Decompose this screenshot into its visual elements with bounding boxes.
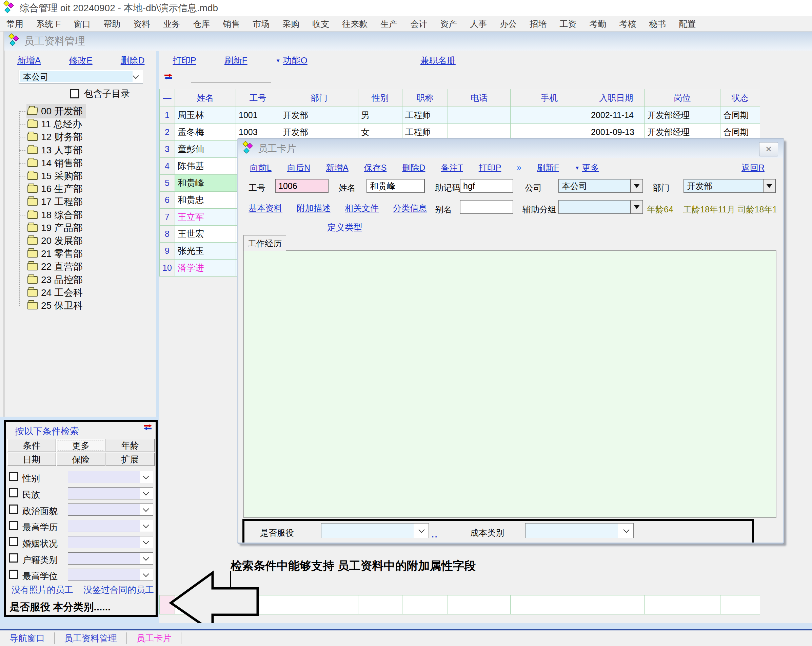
column-header[interactable]: 性别 xyxy=(359,89,403,107)
employee-row[interactable]: 2孟冬梅1003开发部女工程师2001-09-13开发部经理合同期 xyxy=(160,124,760,141)
alias-input[interactable] xyxy=(460,200,513,214)
tree-item[interactable]: 15 采购部 xyxy=(10,170,86,182)
menu-item[interactable]: 销售 xyxy=(216,18,246,29)
cost-select[interactable] xyxy=(525,523,633,538)
menu-item[interactable]: 资料 xyxy=(127,18,157,29)
column-header[interactable]: 部门 xyxy=(280,89,359,107)
service-select[interactable] xyxy=(321,523,429,538)
column-header[interactable]: 电话 xyxy=(448,89,511,107)
menu-item[interactable]: 招培 xyxy=(523,18,553,29)
tree-item[interactable]: 18 综合部 xyxy=(10,209,86,222)
menu-item[interactable]: 收支 xyxy=(306,18,336,29)
employee-row[interactable]: 1周玉林1001开发部男工程师2002-11-14开发部经理合同期 xyxy=(160,107,760,124)
tree-item[interactable]: 25 保卫科 xyxy=(10,299,86,312)
tree-item[interactable]: 11 总经办 xyxy=(10,118,85,131)
menu-item[interactable]: 生产 xyxy=(374,18,404,29)
tree-item[interactable]: 22 直营部 xyxy=(10,260,86,273)
political-status-select[interactable] xyxy=(68,504,153,516)
close-button[interactable]: ✕ xyxy=(759,142,778,156)
basic-info-link[interactable]: 基本资料 xyxy=(249,202,282,214)
more-button[interactable]: ▼更多 xyxy=(575,162,599,173)
delete-button[interactable]: 删除D xyxy=(121,55,145,66)
tree-item[interactable]: 14 销售部 xyxy=(10,157,86,170)
age-tab[interactable]: 年龄 xyxy=(105,439,154,452)
menu-item[interactable]: 窗口 xyxy=(67,18,97,29)
aux-group-select[interactable] xyxy=(559,200,643,214)
menu-item[interactable]: 人事 xyxy=(464,18,493,29)
tab-work-history[interactable]: 工作经历 xyxy=(243,235,286,251)
column-header[interactable]: 岗位 xyxy=(644,89,720,107)
extra-description-link[interactable]: 附加描述 xyxy=(297,202,331,214)
company-filter-select[interactable]: 本公司 xyxy=(19,70,143,83)
new-button[interactable]: 新增A xyxy=(326,162,348,173)
marital-status-checkbox[interactable] xyxy=(9,537,18,546)
political-status-checkbox[interactable] xyxy=(9,505,18,514)
pin-toggle-icon[interactable] xyxy=(164,73,172,81)
parttime-roster-button[interactable]: 兼职名册 xyxy=(420,55,456,66)
define-type-link[interactable]: 定义类型 xyxy=(327,222,362,233)
menu-item[interactable]: 考勤 xyxy=(583,18,613,29)
marital-status-select[interactable] xyxy=(68,536,153,548)
taskbar-employee-card[interactable]: 员工卡片 xyxy=(127,632,181,644)
menu-item[interactable]: 会计 xyxy=(404,18,433,29)
dropdown-button[interactable] xyxy=(630,179,643,192)
no-photo-employees-link[interactable]: 没有照片的员工 xyxy=(12,584,73,596)
return-button[interactable]: 返回R xyxy=(742,162,765,173)
menu-item[interactable]: 工资 xyxy=(553,18,583,29)
dropdown-button[interactable] xyxy=(763,179,775,192)
edit-button[interactable]: 修改E xyxy=(69,55,92,66)
menu-item[interactable]: 往来款 xyxy=(336,18,374,29)
taskbar-nav-window[interactable]: 导航窗口 xyxy=(0,632,54,644)
highest-education-checkbox[interactable] xyxy=(9,521,18,530)
print-button[interactable]: 打印P xyxy=(172,55,196,66)
menu-item[interactable]: 仓库 xyxy=(186,18,216,29)
condition-tab[interactable]: 条件 xyxy=(7,439,56,452)
save-button[interactable]: 保存S xyxy=(364,162,387,173)
menu-item[interactable]: 配置 xyxy=(672,18,702,29)
company-select[interactable]: 本公司 xyxy=(559,179,643,193)
menu-item[interactable]: 帮助 xyxy=(97,18,127,29)
highest-degree-checkbox[interactable] xyxy=(9,569,18,579)
include-subdir-checkbox[interactable] xyxy=(70,89,79,98)
column-header[interactable]: 入职日期 xyxy=(588,89,644,107)
tree-item[interactable]: 21 零售部 xyxy=(10,247,86,260)
function-menu-button[interactable]: ▼功能O xyxy=(276,55,307,66)
menu-item[interactable]: 采购 xyxy=(276,18,306,29)
row-marker-header[interactable]: — xyxy=(160,89,175,107)
refresh-button[interactable]: 刷新F xyxy=(537,162,559,173)
pin-toggle-icon[interactable] xyxy=(143,424,152,432)
dept-select[interactable]: 开发部 xyxy=(684,179,776,193)
print-button[interactable]: 打印P xyxy=(479,162,501,173)
tree-item[interactable]: 17 工程部 xyxy=(10,196,86,208)
tree-item[interactable]: 20 发展部 xyxy=(10,234,86,247)
next-button[interactable]: 向后N xyxy=(287,162,310,173)
no-contract-employees-link[interactable]: 没签过合同的员工 xyxy=(83,584,154,596)
ethnicity-checkbox[interactable] xyxy=(9,488,18,498)
column-header[interactable]: 状态 xyxy=(720,89,760,107)
household-type-checkbox[interactable] xyxy=(9,553,18,563)
column-header[interactable]: 工号 xyxy=(236,89,280,107)
insurance-tab[interactable]: 保险 xyxy=(56,453,105,466)
refresh-button[interactable]: 刷新F xyxy=(224,55,247,66)
dropdown-button[interactable] xyxy=(630,201,643,213)
menu-item[interactable]: 业务 xyxy=(157,18,186,29)
highest-degree-select[interactable] xyxy=(68,569,153,581)
menu-item[interactable]: 系统 F xyxy=(30,18,67,29)
highest-education-select[interactable] xyxy=(68,520,153,532)
tree-item[interactable]: 19 产品部 xyxy=(10,222,86,234)
more-tools-chevron[interactable]: » xyxy=(517,163,521,172)
tree-item[interactable]: 23 品控部 xyxy=(10,274,86,286)
more-tab[interactable]: 更多 xyxy=(56,439,105,452)
category-info-link[interactable]: 分类信息 xyxy=(393,202,427,214)
mnemonic-input[interactable] xyxy=(460,179,513,193)
tree-item[interactable]: 24 工会科 xyxy=(10,286,86,299)
menu-item[interactable]: 资产 xyxy=(433,18,464,29)
date-tab[interactable]: 日期 xyxy=(7,453,56,466)
menu-item[interactable]: 考核 xyxy=(613,18,643,29)
panel-splitter[interactable] xyxy=(156,51,159,418)
ethnicity-select[interactable] xyxy=(68,487,153,499)
tree-item[interactable]: 13 人事部 xyxy=(10,144,86,157)
column-header[interactable]: 姓名 xyxy=(175,89,236,107)
emp-no-input[interactable] xyxy=(275,179,328,193)
tree-item[interactable]: 12 财务部 xyxy=(10,131,86,144)
